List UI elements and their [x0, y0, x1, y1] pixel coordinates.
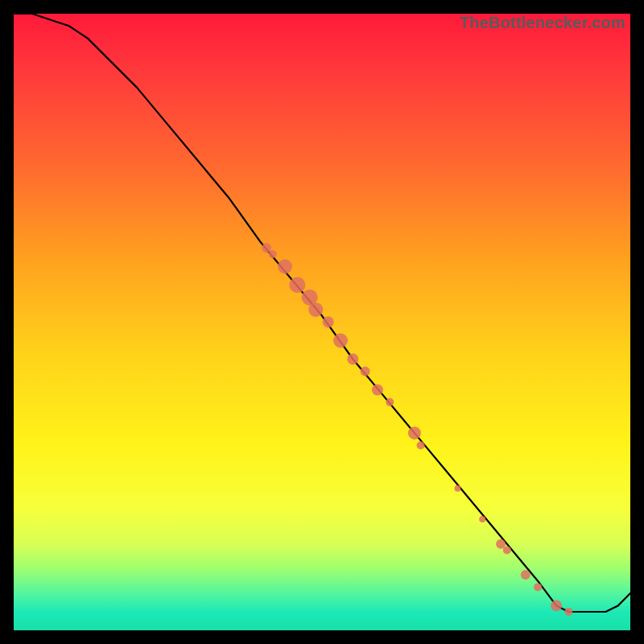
data-point [408, 427, 421, 440]
data-point [551, 600, 562, 611]
data-point [455, 485, 461, 492]
data-point [278, 259, 292, 274]
data-point [269, 250, 277, 258]
data-point [479, 516, 485, 522]
data-point [534, 583, 542, 591]
data-point [323, 316, 334, 328]
data-point [503, 546, 511, 554]
data-point [361, 366, 370, 376]
data-point [564, 608, 572, 616]
data-point [521, 570, 530, 580]
data-point [417, 441, 425, 449]
plot-area: TheBottlenecker.com [14, 14, 630, 630]
data-points [262, 243, 572, 616]
chart-svg [14, 14, 630, 630]
data-point [372, 384, 383, 395]
data-point [386, 398, 394, 407]
data-point [333, 333, 348, 348]
chart-frame: TheBottlenecker.com [0, 0, 644, 644]
data-point [289, 277, 305, 293]
data-point [347, 353, 358, 365]
data-point [308, 303, 323, 317]
